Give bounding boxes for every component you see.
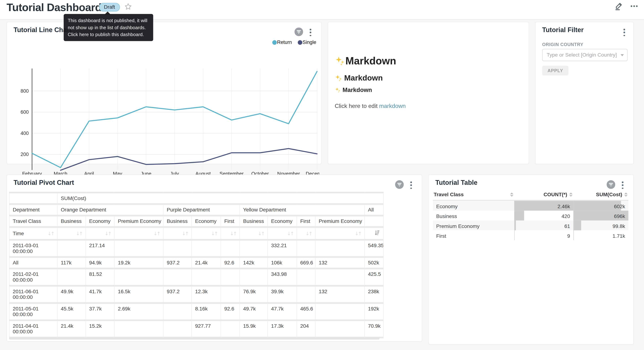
sort-icon[interactable]: ↓↑ <box>211 230 217 236</box>
filter-indicator-icon[interactable] <box>294 28 303 36</box>
pivot-corner-empty <box>9 192 57 204</box>
pivot-column-header: First <box>297 216 315 227</box>
sort-icon[interactable]: ↓↑ <box>306 230 312 236</box>
svg-text:400: 400 <box>20 130 29 136</box>
pivot-travel-class-label: Travel Class <box>9 216 57 227</box>
more-options-icon[interactable] <box>630 2 638 12</box>
filter-indicator-icon[interactable] <box>607 180 615 189</box>
pivot-cell <box>297 286 315 303</box>
edit-dashboard-icon[interactable] <box>614 2 624 12</box>
sparkles-icon <box>335 74 342 82</box>
pivot-group-header: Orange Department <box>57 204 163 216</box>
pivot-cell <box>221 268 240 286</box>
chevron-down-icon <box>620 54 624 56</box>
pivot-sort-cell: ↓↑ <box>57 227 86 240</box>
pivot-row-label: 2011-03-01 00:00:00 <box>9 240 57 257</box>
pivot-cell: 92.6 <box>221 257 240 268</box>
count-cell: 420 <box>514 210 574 220</box>
pivot-sort-cell: ↓↑ <box>192 227 221 240</box>
pivot-cell <box>57 240 86 257</box>
filter-kebab-menu-icon[interactable] <box>622 29 627 36</box>
pivot-cell <box>315 320 365 338</box>
chart-kebab-menu-icon[interactable] <box>620 182 625 189</box>
pivot-cell: 12.3k <box>192 286 221 303</box>
pivot-cell: 37.7k <box>86 303 114 320</box>
table-header-sum-cost-[interactable]: SUM(Cost) <box>574 190 628 200</box>
pivot-cell: 937.2 <box>163 257 192 268</box>
legend-item-single[interactable]: Single <box>298 39 316 45</box>
data-table: Travel ClassCOUNT(*)SUM(Cost)Economy2.46… <box>433 190 628 240</box>
apply-button[interactable]: APPLY <box>542 66 568 76</box>
pivot-cell: 45.5k <box>57 303 86 320</box>
pivot-cell: 39.9k <box>268 286 297 303</box>
pivot-cell: 132 <box>315 257 365 268</box>
chart-kebab-menu-icon[interactable] <box>409 182 414 189</box>
sort-icon[interactable]: ↓↑ <box>287 230 293 236</box>
pivot-sort-cell: ↓↑ <box>268 227 297 240</box>
edit-markdown-link[interactable]: markdown <box>379 103 406 109</box>
filter-indicator-icon[interactable] <box>395 180 404 189</box>
sort-caret-icon <box>624 192 628 196</box>
pivot-cell: 17.3k <box>268 320 297 338</box>
pivot-column-header <box>364 216 383 227</box>
horizontal-scrollbar[interactable] <box>9 338 380 340</box>
pivot-column-header: Business <box>163 216 192 227</box>
table-panel: Tutorial Table Travel ClassCOUNT(*)SUM(C… <box>428 174 634 344</box>
pivot-cell: 21.4k <box>192 257 221 268</box>
chart-kebab-menu-icon[interactable] <box>308 29 313 36</box>
pivot-cell <box>315 268 365 286</box>
pivot-cell <box>240 240 268 257</box>
pivot-row-label: 2011-05-01 00:00:00 <box>9 303 57 320</box>
pivot-cell: 19.2k <box>114 257 163 268</box>
line-chart: 200400600800FebruaryMarchAprilMayJuneJul… <box>7 45 319 182</box>
legend-item-return[interactable]: Return <box>272 39 292 45</box>
sort-desc-active-icon[interactable] <box>374 230 380 237</box>
pivot-cell <box>297 240 315 257</box>
pivot-cell <box>163 268 192 286</box>
pivot-sort-cell: ↓↑ <box>240 227 268 240</box>
pivot-cell <box>297 268 315 286</box>
count-cell: 9 <box>514 230 574 240</box>
draft-status-badge[interactable]: Draft <box>99 3 120 12</box>
origin-country-label: ORIGIN COUNTRY <box>542 42 584 47</box>
tooltip-line: This dashboard is not published, it will <box>68 17 149 24</box>
pivot-cell <box>114 240 163 257</box>
sort-icon[interactable]: ↓↑ <box>154 230 160 236</box>
pivot-cell: 204 <box>297 320 315 338</box>
origin-country-select[interactable]: Type or Select [Origin Country] <box>542 49 628 61</box>
favorite-star-icon[interactable] <box>124 3 132 10</box>
pivot-metric-header: SUM(Cost) <box>57 192 384 204</box>
pivot-time-label: Time↓↑ <box>9 227 57 240</box>
sort-icon[interactable]: ↓↑ <box>76 230 82 236</box>
pivot-column-header: Business <box>240 216 268 227</box>
pivot-cell: 94.9k <box>86 257 114 268</box>
pivot-cell <box>221 286 240 303</box>
markdown-heading-1: Markdown <box>335 55 396 67</box>
markdown-heading-3: Markdown <box>335 87 372 93</box>
pivot-cell <box>163 303 192 320</box>
travel-class-cell: Premium Economy <box>433 220 514 230</box>
line-chart-title: Tutorial Line Chart <box>14 26 72 34</box>
pivot-row: 2011-03-01 00:00:00217.14332.21549.35 <box>9 240 384 257</box>
unpublished-tooltip: This dashboard is not published, it will… <box>64 14 153 41</box>
pivot-cell: 70.9k <box>364 320 383 338</box>
pivot-row: All117k94.9k19.2k937.221.4k92.6142k106k6… <box>9 257 384 268</box>
pivot-sort-cell: ↓↑ <box>163 227 192 240</box>
sort-icon[interactable]: ↓↑ <box>230 230 236 236</box>
sparkles-icon <box>335 56 346 66</box>
pivot-cell: 15.9k <box>240 320 268 338</box>
table-header-travel-class[interactable]: Travel Class <box>433 190 514 200</box>
svg-text:600: 600 <box>20 109 29 115</box>
table-header-count-[interactable]: COUNT(*) <box>514 190 574 200</box>
sort-icon[interactable]: ↓↑ <box>105 230 111 236</box>
pivot-column-header: Business <box>57 216 86 227</box>
pivot-cell: 217.14 <box>86 240 114 257</box>
sort-icon[interactable]: ↓↑ <box>355 230 361 236</box>
sort-icon[interactable]: ↓↑ <box>48 230 54 236</box>
pivot-column-header: Premium Economy <box>114 216 163 227</box>
count-cell: 2.46k <box>514 200 574 210</box>
pivot-cell: 16.5k <box>114 286 163 303</box>
count-cell: 61 <box>514 220 574 230</box>
sort-icon[interactable]: ↓↑ <box>182 230 188 236</box>
sort-icon[interactable]: ↓↑ <box>258 230 264 236</box>
